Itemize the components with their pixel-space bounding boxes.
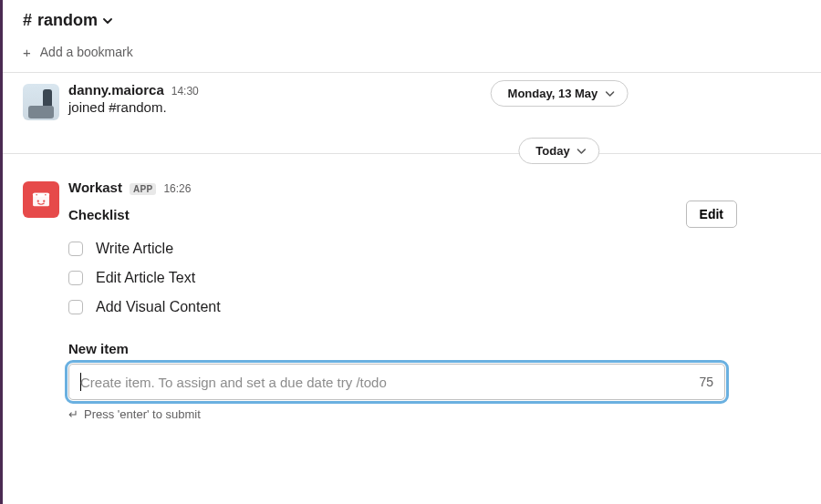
date-pill-label: Today bbox=[535, 144, 569, 158]
new-item-input-wrap[interactable]: 75 bbox=[68, 364, 725, 400]
new-item-input[interactable] bbox=[80, 365, 690, 399]
checklist-item-label: Add Visual Content bbox=[96, 299, 221, 315]
input-hint: Press 'enter' to submit bbox=[84, 407, 201, 421]
char-count: 75 bbox=[690, 375, 713, 389]
checkbox[interactable] bbox=[68, 242, 83, 256]
checklist-item: Edit Article Text bbox=[68, 270, 801, 286]
svg-point-5 bbox=[43, 200, 45, 201]
app-avatar[interactable] bbox=[23, 181, 59, 218]
plus-icon: + bbox=[23, 46, 31, 59]
date-pill-today[interactable]: Today bbox=[518, 138, 599, 164]
message-text: joined #random. bbox=[68, 99, 801, 115]
add-bookmark-button[interactable]: Add a bookmark bbox=[40, 45, 133, 59]
message-time: 14:30 bbox=[171, 85, 199, 98]
checkbox[interactable] bbox=[68, 300, 83, 314]
checkbox[interactable] bbox=[68, 271, 83, 285]
checklist-item-label: Write Article bbox=[96, 241, 173, 257]
app-badge: APP bbox=[130, 183, 156, 195]
date-pill-prev[interactable]: Monday, 13 May bbox=[491, 80, 629, 107]
enter-key-icon: ↵ bbox=[68, 407, 78, 421]
date-pill-label: Monday, 13 May bbox=[508, 87, 598, 100]
svg-point-2 bbox=[36, 194, 37, 196]
message-author[interactable]: Workast bbox=[68, 180, 122, 195]
checklist-item: Write Article bbox=[68, 241, 801, 257]
channel-name-button[interactable]: # random bbox=[23, 11, 801, 30]
message-join: danny.maiorca 14:30 joined #random. Mond… bbox=[3, 73, 821, 131]
hash-icon: # bbox=[23, 11, 32, 30]
chevron-down-icon bbox=[577, 147, 587, 156]
chevron-down-icon bbox=[103, 16, 112, 26]
message-time: 16:26 bbox=[163, 182, 191, 195]
svg-point-3 bbox=[45, 194, 47, 196]
edit-button[interactable]: Edit bbox=[686, 201, 737, 228]
checklist-item-label: Edit Article Text bbox=[96, 270, 195, 286]
message-workast: Workast APP 16:26 Checklist Edit Write A… bbox=[3, 154, 821, 432]
checklist-item: Add Visual Content bbox=[68, 299, 801, 315]
new-item-label: New item bbox=[68, 341, 801, 356]
svg-point-4 bbox=[37, 200, 39, 201]
channel-name: random bbox=[37, 11, 98, 30]
svg-rect-1 bbox=[33, 193, 49, 197]
attachment-title: Checklist bbox=[68, 207, 130, 222]
message-author[interactable]: danny.maiorca bbox=[68, 82, 164, 98]
chevron-down-icon bbox=[605, 89, 614, 98]
avatar[interactable] bbox=[23, 84, 59, 120]
